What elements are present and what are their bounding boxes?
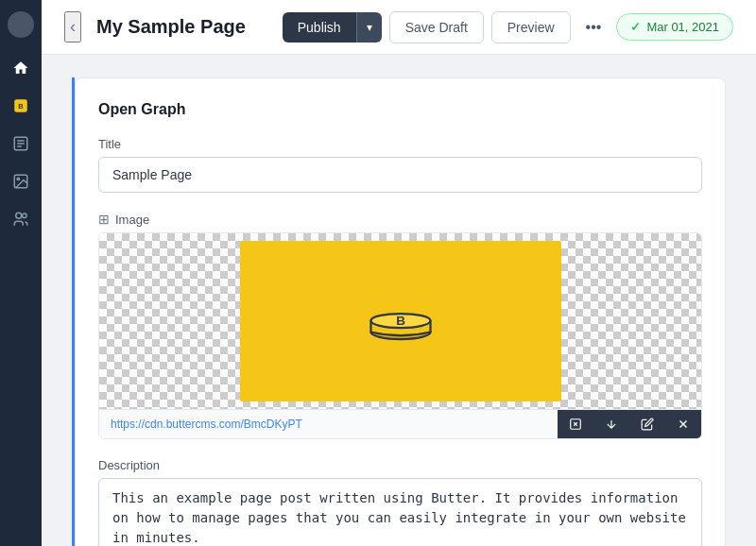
description-input[interactable]: This an example page post written using … <box>98 478 702 546</box>
title-input[interactable] <box>98 157 702 193</box>
sidebar-item-pages[interactable] <box>6 128 36 159</box>
svg-point-7 <box>17 178 19 179</box>
image-wrapper: B <box>99 233 701 409</box>
avatar[interactable] <box>8 11 34 38</box>
header: ‹ My Sample Page Publish ▾ Save Draft Pr… <box>42 0 756 55</box>
sidebar-item-butter[interactable]: B <box>6 91 36 121</box>
image-icon: ⊞ <box>98 212 110 227</box>
main-area: ‹ My Sample Page Publish ▾ Save Draft Pr… <box>42 0 756 546</box>
svg-point-9 <box>23 213 27 218</box>
image-preview: B <box>240 241 561 401</box>
publish-button[interactable]: Publish <box>283 12 356 43</box>
image-download-button[interactable] <box>593 410 629 438</box>
panel-title: Open Graph <box>98 101 702 118</box>
image-remove-button[interactable] <box>665 410 701 438</box>
svg-text:B: B <box>18 102 24 111</box>
image-label: Image <box>115 213 149 227</box>
image-url: https://cdn.buttercms.com/BmcDKyPT <box>99 410 558 438</box>
title-field-group: Title <box>98 137 702 193</box>
sidebar-item-home[interactable] <box>6 53 36 83</box>
sidebar: B <box>0 0 42 546</box>
publish-dropdown-button[interactable]: ▾ <box>356 12 382 43</box>
content-area: Open Graph Title ⊞ Image <box>42 55 756 546</box>
date-status-button[interactable]: ✓ Mar 01, 2021 <box>616 13 733 41</box>
save-draft-button[interactable]: Save Draft <box>389 11 484 43</box>
image-replace-button[interactable] <box>558 410 593 438</box>
butter-logo: B <box>358 291 443 351</box>
sidebar-item-users[interactable] <box>6 204 36 234</box>
svg-point-8 <box>16 213 22 218</box>
checkmark-icon: ✓ <box>630 20 641 34</box>
preview-button[interactable]: Preview <box>491 11 571 43</box>
publish-button-group: Publish ▾ <box>283 12 382 43</box>
image-action-buttons <box>558 410 701 438</box>
image-url-bar: https://cdn.buttercms.com/BmcDKyPT <box>99 409 701 438</box>
description-label: Description <box>98 458 702 472</box>
sidebar-item-media[interactable] <box>6 166 36 196</box>
image-label-row: ⊞ Image <box>98 212 702 227</box>
image-edit-button[interactable] <box>629 410 665 438</box>
more-options-button[interactable]: ••• <box>578 11 610 43</box>
page-title: My Sample Page <box>96 16 267 38</box>
date-label: Mar 01, 2021 <box>646 20 719 34</box>
description-field-group: Description This an example page post wr… <box>98 458 702 546</box>
image-field-group: ⊞ Image <box>98 212 702 439</box>
header-actions: Publish ▾ Save Draft Preview ••• ✓ Mar 0… <box>283 11 733 43</box>
open-graph-panel: Open Graph Title ⊞ Image <box>75 77 726 546</box>
panel-wrapper: Open Graph Title ⊞ Image <box>72 77 726 546</box>
title-label: Title <box>98 137 702 151</box>
svg-text:B: B <box>396 314 405 328</box>
more-icon: ••• <box>586 19 602 35</box>
image-container: B https://cdn.buttercms.com/BmcDKyPT <box>98 232 702 439</box>
back-button[interactable]: ‹ <box>64 11 81 43</box>
